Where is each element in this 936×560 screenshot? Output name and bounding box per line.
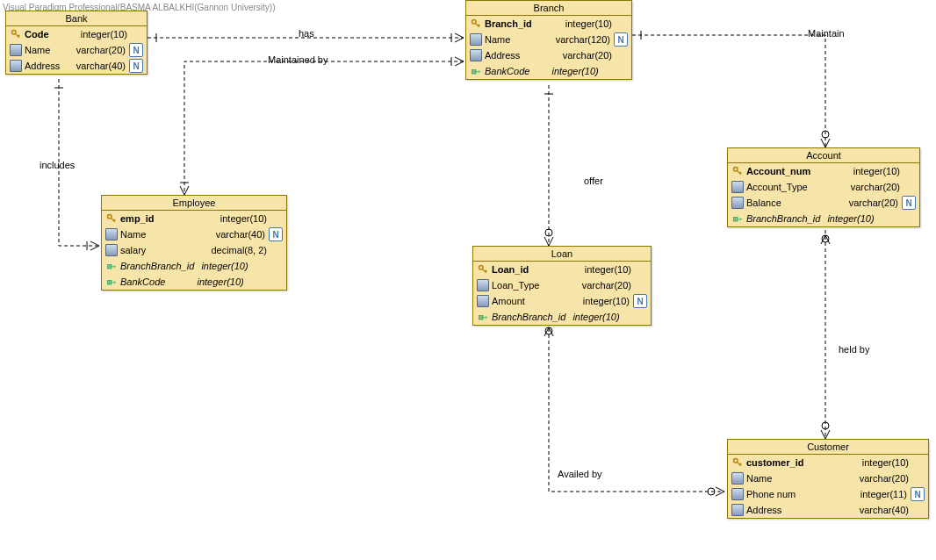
- column-row[interactable]: Codeinteger(10): [6, 26, 147, 42]
- column-type: integer(10): [201, 261, 267, 271]
- column-name: Branch_id: [485, 18, 558, 29]
- entity-customer[interactable]: Customer customer_idinteger(10)Namevarch…: [727, 439, 929, 519]
- column-row[interactable]: salarydecimal(8, 2): [102, 242, 286, 258]
- key-icon: [477, 263, 489, 276]
- column-name: emp_id: [120, 213, 213, 224]
- column-row[interactable]: Phone numinteger(11)N: [728, 486, 928, 502]
- column-name: BranchBranch_id: [120, 261, 194, 271]
- entity-columns: Branch_idinteger(10)Namevarchar(120)NAdd…: [466, 16, 631, 79]
- foreign-key-icon: [731, 212, 744, 225]
- entity-columns: emp_idinteger(10)Namevarchar(40)Nsalaryd…: [102, 211, 286, 290]
- column-icon: [105, 244, 118, 256]
- nullable-badge: N: [911, 487, 925, 501]
- entity-branch[interactable]: Branch Branch_idinteger(10)Namevarchar(1…: [465, 0, 632, 80]
- column-row[interactable]: Namevarchar(120)N: [466, 32, 631, 47]
- column-type: integer(10): [565, 18, 612, 29]
- entity-columns: customer_idinteger(10)Namevarchar(20)Pho…: [728, 455, 928, 518]
- label-availed-by: Availed by: [558, 469, 602, 479]
- column-row[interactable]: Amountinteger(10)N: [473, 293, 651, 309]
- column-row[interactable]: Account_Typevarchar(20): [728, 179, 919, 195]
- nullable-badge: [131, 28, 143, 40]
- column-icon: [470, 49, 482, 61]
- column-type: varchar(40): [860, 505, 909, 515]
- column-icon: [477, 295, 489, 307]
- label-has: has: [299, 28, 314, 39]
- nullable-badge: [270, 260, 283, 272]
- foreign-key-icon: [105, 260, 118, 272]
- column-name: Account_num: [746, 166, 846, 176]
- column-row[interactable]: customer_idinteger(10): [728, 455, 928, 470]
- entity-bank[interactable]: Bank Codeinteger(10)Namevarchar(20)NAddr…: [5, 11, 148, 75]
- svg-point-0: [545, 229, 552, 236]
- entity-title: Branch: [466, 1, 631, 16]
- nullable-badge: [616, 65, 628, 77]
- column-type: integer(10): [583, 296, 630, 306]
- column-row[interactable]: emp_idinteger(10): [102, 211, 286, 226]
- key-icon: [731, 456, 744, 469]
- column-row[interactable]: Branch_idinteger(10): [466, 16, 631, 32]
- label-offer: offer: [584, 176, 603, 186]
- entity-columns: Account_numinteger(10)Account_Typevarcha…: [728, 163, 919, 226]
- column-type: decimal(8, 2): [211, 245, 267, 255]
- column-type: varchar(20): [851, 182, 900, 192]
- column-row[interactable]: Balancevarchar(20)N: [728, 195, 919, 211]
- column-name: Address: [25, 61, 69, 71]
- column-row[interactable]: Addressvarchar(40): [728, 502, 928, 518]
- column-icon: [731, 472, 744, 485]
- column-type: varchar(20): [582, 280, 631, 291]
- nullable-badge: [635, 263, 647, 276]
- nullable-badge: [904, 181, 916, 193]
- svg-point-1: [822, 131, 829, 138]
- entity-employee[interactable]: Employee emp_idinteger(10)Namevarchar(40…: [101, 195, 287, 291]
- column-row[interactable]: Addressvarchar(20): [466, 47, 631, 63]
- column-icon: [470, 33, 482, 46]
- column-icon: [731, 504, 744, 516]
- nullable-badge: [270, 276, 283, 288]
- column-row[interactable]: Loan_idinteger(10): [473, 262, 651, 277]
- key-icon: [470, 18, 482, 30]
- column-type: varchar(20): [76, 45, 126, 55]
- column-name: Phone num: [746, 489, 853, 499]
- column-row[interactable]: Loan_Typevarchar(20): [473, 277, 651, 293]
- column-type: varchar(40): [76, 61, 126, 71]
- nullable-badge: N: [614, 32, 628, 47]
- column-icon: [10, 44, 22, 56]
- column-name: Name: [485, 34, 549, 45]
- column-name: Loan_id: [492, 264, 578, 275]
- column-name: Account_Type: [746, 182, 844, 192]
- column-type: integer(10): [220, 213, 267, 224]
- key-icon: [731, 165, 744, 177]
- column-name: BranchBranch_id: [746, 213, 820, 224]
- nullable-badge: [904, 212, 916, 225]
- column-row[interactable]: BankCodeinteger(10): [102, 274, 286, 290]
- entity-title: Customer: [728, 440, 928, 455]
- nullable-badge: [912, 504, 925, 516]
- column-row[interactable]: BranchBranch_idinteger(10): [102, 258, 286, 274]
- column-row[interactable]: Namevarchar(20): [728, 470, 928, 486]
- column-icon: [731, 488, 744, 500]
- column-row[interactable]: Addressvarchar(40)N: [6, 58, 147, 74]
- column-row[interactable]: BranchBranch_idinteger(10): [728, 211, 919, 226]
- column-row[interactable]: BranchBranch_idinteger(10): [473, 309, 651, 325]
- nullable-badge: [270, 212, 283, 225]
- foreign-key-icon: [477, 311, 489, 323]
- column-name: Name: [746, 473, 853, 484]
- column-name: salary: [120, 245, 204, 255]
- column-row[interactable]: BankCodeinteger(10): [466, 63, 631, 79]
- column-row[interactable]: Account_numinteger(10): [728, 163, 919, 179]
- column-row[interactable]: Namevarchar(40)N: [102, 226, 286, 242]
- entity-account[interactable]: Account Account_numinteger(10)Account_Ty…: [727, 147, 920, 227]
- nullable-badge: [635, 311, 647, 323]
- column-name: Code: [25, 29, 74, 39]
- column-name: BranchBranch_id: [492, 312, 565, 322]
- label-maintain: Maintain: [808, 28, 845, 39]
- svg-rect-11: [108, 281, 112, 285]
- column-icon: [10, 60, 22, 72]
- column-icon: [477, 279, 489, 291]
- nullable-badge: N: [129, 43, 143, 57]
- column-row[interactable]: Namevarchar(20)N: [6, 42, 147, 58]
- svg-point-5: [708, 488, 715, 495]
- foreign-key-icon: [105, 276, 118, 288]
- entity-loan[interactable]: Loan Loan_idinteger(10)Loan_Typevarchar(…: [472, 246, 652, 326]
- column-icon: [731, 181, 744, 193]
